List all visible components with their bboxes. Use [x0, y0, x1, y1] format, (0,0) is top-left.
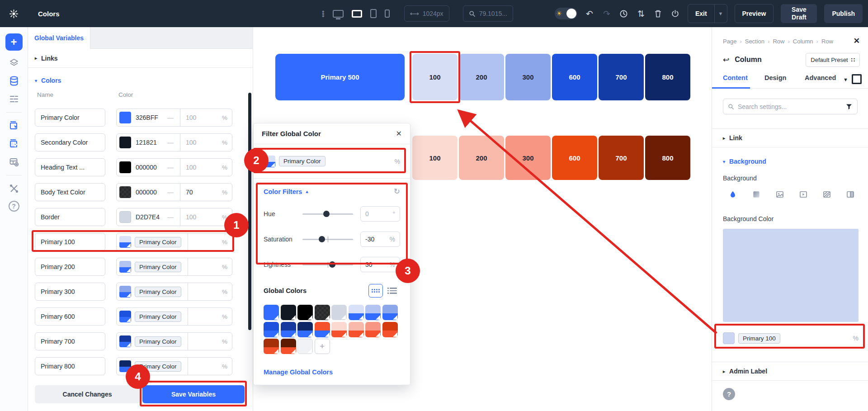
canvas-shade-tile-800[interactable]: 800 [645, 54, 690, 100]
opacity-value[interactable]: 100 [186, 164, 196, 171]
settings-list-icon[interactable] [8, 93, 20, 105]
opacity-value[interactable]: 70 [186, 189, 193, 196]
global-color-swatch[interactable] [297, 339, 313, 354]
breadcrumb-item[interactable]: Row [821, 38, 833, 45]
background-video-icon[interactable] [799, 190, 808, 199]
slider-track[interactable] [302, 213, 353, 215]
opacity-value[interactable]: 100 [186, 213, 196, 221]
global-color-swatch[interactable] [382, 305, 398, 320]
variable-color-field[interactable]: Primary Color% [116, 307, 232, 326]
global-color-swatch[interactable] [349, 322, 364, 337]
linked-color-chip[interactable]: Primary Color [135, 262, 181, 272]
slider-track[interactable] [302, 264, 353, 265]
tab-advanced[interactable]: Advanced [805, 74, 836, 81]
panel-help-icon[interactable]: ? [723, 388, 735, 400]
add-element-button[interactable]: + [5, 33, 23, 51]
select-element-filled-icon[interactable] [8, 138, 20, 150]
background-pattern-icon[interactable] [822, 190, 831, 199]
section-admin-label[interactable]: ▸ Admin Label [712, 362, 868, 381]
global-color-swatch[interactable] [382, 322, 398, 337]
background-image-icon[interactable] [775, 190, 784, 199]
background-color-swatch[interactable] [723, 332, 735, 344]
canvas-shade-tile-100[interactable]: 100 [412, 54, 458, 100]
variable-name-input[interactable]: Heading Text ... [35, 158, 105, 176]
linked-color-chip[interactable]: Primary Color [135, 336, 181, 347]
breadcrumb-item[interactable]: Column [793, 38, 813, 45]
variable-color-field[interactable]: Primary Color% [116, 283, 232, 301]
save-variables-button[interactable]: Save Variables [142, 385, 245, 403]
section-background[interactable]: ▾ Background [712, 152, 868, 171]
hex-value[interactable]: 326BFF [136, 114, 165, 121]
global-color-swatch[interactable] [331, 322, 347, 337]
grid-view-icon[interactable] [368, 284, 383, 298]
cancel-changes-button[interactable]: Cancel Changes [35, 385, 140, 403]
variable-name-input[interactable]: Primary Color [35, 109, 105, 127]
tab-content[interactable]: Content [723, 74, 748, 81]
popup-close-icon[interactable]: ✕ [396, 129, 402, 138]
layers-icon[interactable] [8, 57, 20, 69]
color-filters-title[interactable]: Color Filters [264, 188, 302, 195]
background-gradient-icon[interactable] [752, 190, 761, 199]
opacity-value[interactable]: 100 [186, 139, 196, 146]
background-color-preview[interactable] [723, 229, 859, 322]
search-settings-input[interactable]: Search settings... [723, 99, 858, 114]
variable-name-input[interactable]: Body Text Color [35, 183, 105, 201]
canvas-shade-tile-600[interactable]: 600 [552, 54, 597, 100]
manage-global-colors-link[interactable]: Manage Global Colors [264, 368, 333, 376]
breadcrumb-item[interactable]: Section [745, 38, 764, 45]
variable-name-input[interactable]: Secondary Color [35, 133, 105, 151]
canvas-shade-tile-200[interactable]: 200 [459, 136, 504, 180]
redo-icon[interactable]: ↷ [602, 9, 612, 19]
slider-thumb[interactable] [329, 261, 335, 268]
global-color-swatch[interactable] [315, 322, 330, 337]
section-links[interactable]: ▸ Links [28, 49, 253, 68]
variable-name-input[interactable]: Primary 700 [35, 332, 105, 350]
default-preset-button[interactable]: Default Preset ∷ [806, 53, 860, 67]
slider-thumb[interactable] [323, 211, 330, 217]
variable-color-field[interactable]: 000000—70% [116, 183, 232, 201]
variable-color-field[interactable]: 326BFF—100% [116, 109, 232, 127]
add-global-color-button[interactable]: + [315, 339, 330, 354]
color-swatch[interactable] [119, 236, 131, 248]
section-colors[interactable]: ▾ Colors [28, 71, 253, 90]
slider-value-input[interactable]: 0° [360, 206, 400, 222]
variable-color-field[interactable]: 121821—100% [116, 133, 232, 151]
exit-button[interactable]: Exit [688, 5, 714, 23]
linked-color-chip[interactable]: Primary Color [135, 312, 181, 322]
global-data-icon[interactable] [8, 75, 20, 87]
canvas-shade-tile-700[interactable]: 700 [599, 54, 644, 100]
color-swatch[interactable] [119, 161, 131, 173]
canvas-shade-tile-200[interactable]: 200 [459, 54, 504, 100]
canvas-shade-tile-300[interactable]: 300 [505, 54, 551, 100]
opacity-value[interactable]: 100 [186, 114, 196, 121]
global-color-swatch[interactable] [281, 339, 296, 354]
tools-icon[interactable] [8, 183, 20, 194]
global-color-swatch[interactable] [331, 305, 347, 320]
canvas-shade-tile-700[interactable]: 700 [599, 136, 644, 180]
color-swatch[interactable] [119, 112, 131, 123]
color-swatch[interactable] [119, 335, 131, 347]
hex-value[interactable]: 000000 [136, 189, 165, 196]
variable-color-field[interactable]: D2D7E4—100% [116, 208, 232, 226]
variable-color-field[interactable]: Primary Color% [116, 233, 232, 251]
color-swatch[interactable] [119, 211, 131, 223]
more-options-icon[interactable]: ••• [322, 10, 325, 17]
tab-global-variables[interactable]: Global Variables [28, 27, 90, 49]
save-draft-button[interactable]: Save Draft [781, 4, 817, 23]
slider-value-input[interactable]: -30% [360, 231, 400, 247]
panel-scrollbar[interactable] [248, 93, 251, 330]
publish-button[interactable]: Publish [824, 4, 863, 23]
background-color-chip[interactable]: Primary 100 [738, 333, 780, 344]
variable-name-input[interactable]: Primary 800 [35, 357, 105, 375]
undo-icon[interactable]: ↶ [585, 9, 594, 19]
exit-dropdown-caret[interactable]: ▼ [714, 5, 727, 23]
breadcrumb[interactable]: Page›Section›Row›Column›Row [723, 38, 833, 45]
canvas-shade-tile-300[interactable]: 300 [505, 136, 551, 180]
breakpoint-mobile-icon[interactable] [385, 9, 390, 18]
canvas-shade-tile-100[interactable]: 100 [412, 136, 458, 180]
canvas-zoom-input[interactable]: 79.1015... [463, 5, 513, 22]
global-color-swatch[interactable] [281, 322, 296, 337]
select-element-icon[interactable] [8, 120, 20, 132]
global-color-swatch[interactable] [264, 339, 279, 354]
global-color-swatch[interactable] [281, 305, 296, 320]
